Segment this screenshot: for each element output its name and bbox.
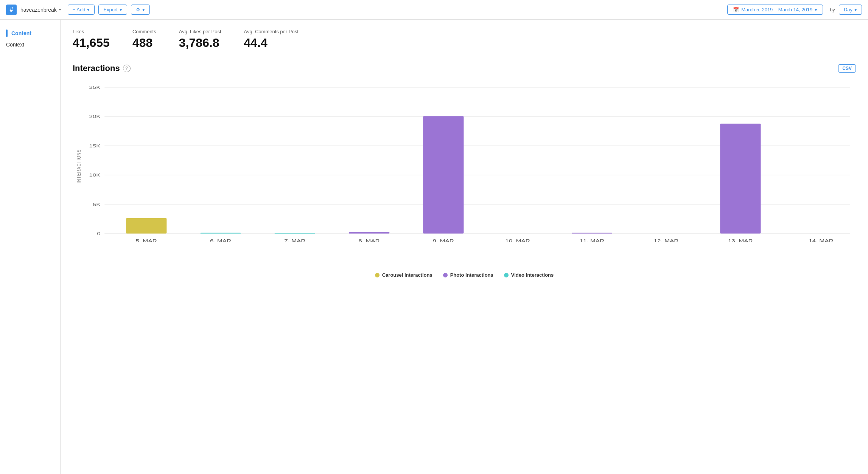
video-color-dot [504, 273, 509, 277]
stats-row: Likes 41,655 Comments 488 Avg. Likes per… [73, 29, 856, 50]
svg-text:11. MAR: 11. MAR [580, 238, 605, 243]
avg-likes-label: Avg. Likes per Post [179, 29, 221, 34]
csv-button[interactable]: CSV [838, 64, 856, 73]
chart-title: Interactions [73, 64, 120, 73]
add-button[interactable]: + Add ▾ [68, 5, 95, 15]
bar-5mar-carousel [126, 218, 166, 234]
help-icon[interactable]: ? [123, 65, 131, 72]
bar-8mar-photo [349, 232, 389, 234]
export-button[interactable]: Export ▾ [98, 5, 127, 15]
calendar-icon: 📅 [733, 7, 739, 12]
svg-text:5. MAR: 5. MAR [136, 238, 157, 243]
by-label: by [830, 7, 835, 12]
photo-color-dot [443, 273, 448, 277]
svg-text:5K: 5K [93, 202, 101, 207]
comments-label: Comments [132, 29, 156, 34]
content-area: Likes 41,655 Comments 488 Avg. Likes per… [61, 20, 868, 474]
day-selector-button[interactable]: Day ▾ [839, 5, 862, 15]
svg-text:7. MAR: 7. MAR [284, 238, 305, 243]
legend-video: Video Interactions [504, 272, 554, 278]
svg-text:20K: 20K [89, 114, 101, 119]
settings-button[interactable]: ⚙ ▾ [131, 5, 150, 15]
svg-text:9. MAR: 9. MAR [433, 238, 454, 243]
chart-title-row: Interactions ? [73, 64, 131, 73]
stat-avg-likes: Avg. Likes per Post 3,786.8 [179, 29, 221, 50]
likes-value: 41,655 [73, 36, 110, 50]
carousel-legend-label: Carousel Interactions [382, 272, 432, 278]
bar-11mar-photo [572, 233, 612, 234]
svg-text:25K: 25K [89, 85, 101, 90]
sidebar-context-label: Context [6, 42, 24, 48]
avg-comments-value: 44.4 [244, 36, 299, 50]
chart-svg: INTERACTIONS 25K 20K 15K 10K [73, 79, 856, 253]
carousel-color-dot [375, 273, 380, 277]
sidebar: Content Context [0, 20, 61, 474]
chevron-down-icon: ▾ [815, 7, 817, 12]
svg-text:10. MAR: 10. MAR [505, 238, 530, 243]
svg-text:10K: 10K [89, 173, 101, 178]
chevron-down-icon: ▾ [854, 7, 857, 12]
chevron-down-icon: ▾ [87, 7, 90, 12]
chart-header: Interactions ? CSV [73, 64, 856, 73]
chevron-down-icon: ▾ [120, 7, 122, 12]
photo-legend-label: Photo Interactions [450, 272, 493, 278]
sidebar-item-content[interactable]: Content [6, 27, 54, 39]
stat-avg-comments: Avg. Comments per Post 44.4 [244, 29, 299, 50]
stat-comments: Comments 488 [132, 29, 156, 50]
hash-logo: # [6, 5, 17, 15]
gear-icon: ⚙ [136, 7, 140, 12]
bar-7mar-video [275, 233, 315, 234]
svg-text:14. MAR: 14. MAR [809, 238, 834, 243]
svg-text:0: 0 [97, 231, 100, 236]
sidebar-content-label: Content [11, 30, 31, 36]
bar-9mar-photo [423, 116, 464, 234]
video-legend-label: Video Interactions [511, 272, 554, 278]
chevron-down-icon: ▾ [59, 8, 61, 12]
legend-carousel: Carousel Interactions [375, 272, 432, 278]
chart-section: Interactions ? CSV INTERACTIONS 25K [73, 64, 856, 278]
date-range-button[interactable]: 📅 March 5, 2019 – March 14, 2019 ▾ [727, 5, 823, 15]
account-name: haveazenbreak [20, 7, 57, 13]
avg-comments-label: Avg. Comments per Post [244, 29, 299, 34]
svg-text:12. MAR: 12. MAR [654, 238, 679, 243]
avg-likes-value: 3,786.8 [179, 36, 221, 50]
legend-photo: Photo Interactions [443, 272, 493, 278]
comments-value: 488 [132, 36, 156, 50]
chevron-down-icon: ▾ [142, 7, 145, 12]
sidebar-active-indicator [6, 29, 8, 37]
sidebar-item-context[interactable]: Context [6, 39, 54, 50]
svg-text:8. MAR: 8. MAR [358, 238, 380, 243]
likes-label: Likes [73, 29, 110, 34]
svg-text:15K: 15K [89, 143, 101, 148]
main-layout: Content Context Likes 41,655 Comments 48… [0, 20, 868, 474]
svg-text:INTERACTIONS: INTERACTIONS [75, 149, 82, 183]
bar-13mar-photo [720, 124, 761, 234]
svg-text:6. MAR: 6. MAR [210, 238, 231, 243]
navbar: # haveazenbreak ▾ + Add ▾ Export ▾ ⚙ ▾ 📅… [0, 0, 868, 20]
account-selector[interactable]: haveazenbreak ▾ [20, 7, 61, 13]
bar-6mar-video [200, 233, 241, 234]
chart-legend: Carousel Interactions Photo Interactions… [73, 272, 856, 278]
stat-likes: Likes 41,655 [73, 29, 110, 50]
svg-text:13. MAR: 13. MAR [728, 238, 753, 243]
